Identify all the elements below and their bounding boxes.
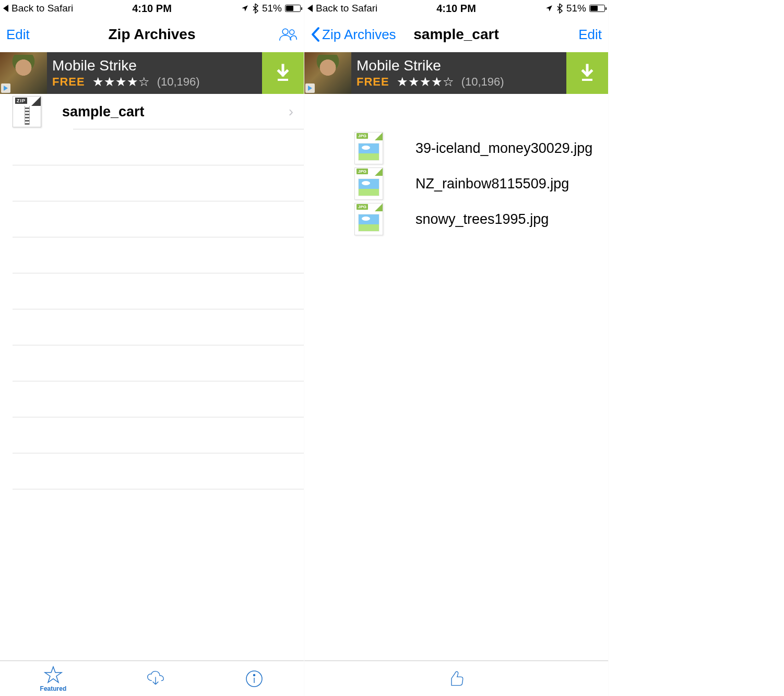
list-separator [304,381,608,417]
download-icon [578,64,597,82]
ad-banner[interactable]: Mobile Strike FREE ★★★★☆ (10,196) [0,52,304,94]
tab-cloud[interactable] [146,669,165,688]
svg-point-4 [254,674,255,676]
status-bar: Back to Safari 4:10 PM 51% [304,0,608,17]
phone-left: Back to Safari 4:10 PM 51% Edit Zip Arch… [0,0,304,696]
svg-rect-5 [582,79,592,81]
file-name: NZ_rainbow8115509.jpg [383,176,608,192]
ad-thumbnail [0,52,47,94]
tabbar [304,661,608,696]
jpg-file-icon: JPG [354,132,383,164]
file-list[interactable]: JPG 39-iceland_money30029.jpg JPG NZ_rai… [304,94,608,661]
back-to-app[interactable]: Back to Safari [3,3,73,14]
svg-point-0 [282,29,288,34]
list-separator [304,345,608,381]
list-separator [0,129,304,165]
list-separator [0,201,304,237]
thumbs-up-icon [447,669,466,688]
phone-right: Back to Safari 4:10 PM 51% Zip Archives … [304,0,609,696]
ad-stars: ★★★★☆ [397,76,454,88]
adchoices-icon [1,83,10,93]
battery-percent: 51% [262,3,282,14]
list-separator [304,237,608,273]
list-separator [0,345,304,381]
battery-icon [589,5,605,12]
back-app-label: Back to Safari [316,3,377,14]
tab-info[interactable] [245,669,264,688]
archive-list[interactable]: ZIP sample_cart › [0,94,304,661]
list-separator [304,417,608,453]
ad-rating-count: (10,196) [157,75,200,89]
ad-thumbnail [304,52,351,94]
navbar: Zip Archives sample_cart Edit [304,17,608,52]
navbar: Edit Zip Archives [0,17,304,52]
back-triangle-icon [307,5,313,12]
star-icon [44,665,63,684]
list-separator [0,309,304,345]
bluetooth-icon [252,3,259,14]
location-icon [545,5,553,12]
status-time: 4:10 PM [132,3,172,15]
file-row[interactable]: JPG snowy_trees1995.jpg [304,201,608,237]
list-separator [0,273,304,309]
file-row[interactable]: JPG 39-iceland_money30029.jpg [304,130,608,166]
list-separator [0,165,304,201]
tab-like[interactable] [447,669,466,688]
ad-download-button[interactable] [566,52,608,94]
status-bar: Back to Safari 4:10 PM 51% [0,0,304,17]
ad-title: Mobile Strike [52,57,262,74]
edit-button[interactable]: Edit [578,27,602,43]
list-separator [0,237,304,273]
archive-name: sample_cart [41,104,289,120]
tab-featured[interactable]: Featured [40,665,67,692]
back-button[interactable]: Zip Archives [311,27,396,43]
back-to-app[interactable]: Back to Safari [307,3,377,14]
info-icon [245,669,264,688]
location-icon [241,5,248,12]
ad-rating-count: (10,196) [461,75,504,89]
zip-file-icon: ZIP [13,96,41,127]
tab-featured-label: Featured [40,685,67,692]
tabbar: Featured [0,661,304,696]
back-triangle-icon [3,5,8,12]
file-name: 39-iceland_money30029.jpg [383,140,608,157]
jpg-file-icon: JPG [354,167,383,200]
ad-download-button[interactable] [262,52,304,94]
chevron-back-icon [311,27,320,42]
contacts-button[interactable] [279,27,298,42]
file-name: snowy_trees1995.jpg [383,211,608,227]
list-separator [0,417,304,453]
battery-percent: 51% [566,3,586,14]
status-time: 4:10 PM [436,3,476,15]
svg-rect-2 [278,79,288,81]
download-icon [274,64,292,82]
chevron-right-icon: › [289,103,304,120]
bluetooth-icon [556,3,563,14]
ad-free-label: FREE [52,75,85,89]
battery-icon [285,5,301,12]
ad-stars: ★★★★☆ [92,76,150,88]
ad-banner[interactable]: Mobile Strike FREE ★★★★☆ (10,196) [304,52,608,94]
svg-point-1 [290,30,294,34]
back-button-label: Zip Archives [322,27,396,43]
file-row[interactable]: JPG NZ_rainbow8115509.jpg [304,166,608,201]
list-separator [304,309,608,345]
edit-button[interactable]: Edit [6,27,30,43]
adchoices-icon [305,83,315,93]
ad-free-label: FREE [357,75,389,89]
jpg-file-icon: JPG [354,203,383,235]
list-separator [0,381,304,417]
list-separator [0,453,304,489]
contacts-icon [279,27,298,42]
list-separator [304,273,608,309]
ad-title: Mobile Strike [357,57,566,74]
cloud-download-icon [146,669,165,688]
navbar-title: sample_cart [413,26,498,43]
navbar-title: Zip Archives [108,26,195,43]
back-app-label: Back to Safari [11,3,73,14]
archive-row[interactable]: ZIP sample_cart › [0,94,304,129]
